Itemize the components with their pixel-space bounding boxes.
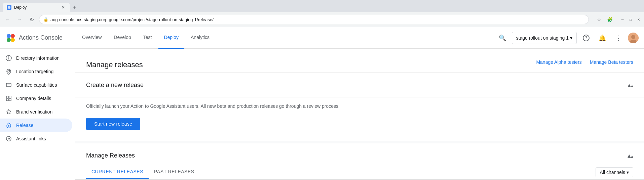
search-icon: 🔍	[499, 34, 506, 42]
svg-point-3	[7, 38, 11, 42]
maximize-btn[interactable]: □	[628, 17, 633, 22]
channel-selector[interactable]: All channels ▾	[596, 167, 634, 177]
sidebar-item-release[interactable]: Release	[0, 119, 72, 132]
address-bar: ← → ↻ 🔒 aog-console.acs-staging.corp.goo…	[0, 12, 644, 27]
create-release-section: Create a new release ▴ Officially launch…	[75, 73, 644, 141]
browser-chrome: Deploy ✕ + ← → ↻ 🔒 aog-console.acs-stagi…	[0, 0, 644, 27]
sidebar-item-surface-capabilities[interactable]: Surface capabilities	[0, 78, 72, 92]
svg-rect-15	[9, 96, 11, 98]
tab-past-releases[interactable]: PAST RELEASES	[149, 165, 200, 179]
new-tab-btn[interactable]: +	[70, 3, 79, 12]
search-button[interactable]: 🔍	[496, 31, 509, 45]
svg-point-11	[8, 70, 10, 72]
surface-capabilities-icon	[5, 82, 12, 88]
directory-information-icon	[5, 55, 12, 61]
brand-verification-icon	[5, 108, 12, 115]
project-selector[interactable]: stage rollout on staging 1 ▾	[512, 32, 577, 44]
channel-selector-label: All channels	[600, 170, 626, 175]
active-tab[interactable]: Deploy ✕	[3, 3, 70, 12]
manage-releases-section: Manage Releases ▴ CURRENT RELEASES PAST …	[75, 143, 644, 180]
svg-point-1	[7, 34, 11, 38]
nav-deploy[interactable]: Deploy	[158, 27, 184, 49]
close-btn[interactable]: ✕	[636, 17, 641, 22]
start-new-release-button[interactable]: Start new release	[86, 118, 140, 130]
svg-point-10	[8, 56, 9, 57]
svg-rect-17	[9, 99, 11, 101]
url-text: aog-console.acs-staging.corp.google.com/…	[50, 17, 214, 22]
svg-point-4	[11, 38, 15, 42]
tab-close-btn[interactable]: ✕	[61, 5, 66, 10]
manage-alpha-testers-link[interactable]: Manage Alpha testers	[536, 59, 581, 70]
project-selector-chevron-icon: ▾	[570, 35, 572, 41]
sidebar-item-location-targeting[interactable]: Location targeting	[0, 65, 72, 78]
minimize-btn[interactable]: ─	[620, 17, 625, 22]
create-release-section-header[interactable]: Create a new release ▴	[75, 73, 644, 97]
more-vert-icon: ⋮	[615, 34, 621, 42]
svg-point-0	[8, 6, 10, 9]
content-area: Manage releases Manage Alpha testers Man…	[75, 49, 644, 180]
nav-test[interactable]: Test	[138, 27, 157, 49]
manage-beta-testers-link[interactable]: Manage Beta testers	[590, 59, 633, 70]
content-body: Create a new release ▴ Officially launch…	[75, 73, 644, 180]
bookmark-btn[interactable]: ☆	[594, 15, 604, 24]
app-container: Actions Console Overview Develop Test De…	[0, 27, 644, 180]
svg-point-6	[631, 35, 635, 39]
create-release-collapse-icon: ▴	[628, 81, 633, 89]
manage-releases-collapse-icon[interactable]: ▴	[628, 151, 633, 160]
avatar-image	[628, 33, 639, 43]
sidebar-label-directory-information: Directory information	[16, 55, 60, 61]
nav-analytics[interactable]: Analytics	[185, 27, 215, 49]
tab-current-releases[interactable]: CURRENT RELEASES	[86, 165, 149, 179]
sidebar-label-release: Release	[16, 123, 33, 128]
top-nav: Actions Console Overview Develop Test De…	[0, 27, 644, 49]
bell-icon: 🔔	[599, 34, 606, 42]
sidebar-item-directory-information[interactable]: Directory information	[0, 51, 72, 65]
project-selector-label: stage rollout on staging 1	[516, 35, 569, 41]
sidebar-label-location-targeting: Location targeting	[16, 69, 53, 74]
company-details-icon	[5, 95, 12, 102]
sidebar-item-brand-verification[interactable]: Brand verification	[0, 105, 72, 119]
releases-tabs-bar: CURRENT RELEASES PAST RELEASES All chann…	[75, 165, 644, 180]
browser-actions: ☆ 🧩	[594, 15, 614, 24]
nav-develop[interactable]: Develop	[108, 27, 136, 49]
sidebar-label-company-details: Company details	[16, 96, 51, 101]
refresh-button[interactable]: ↻	[27, 15, 36, 24]
svg-point-18	[8, 125, 9, 127]
more-button[interactable]: ⋮	[612, 31, 625, 45]
lock-icon: 🔒	[43, 17, 48, 22]
url-bar[interactable]: 🔒 aog-console.acs-staging.corp.google.co…	[39, 15, 589, 24]
help-button[interactable]: ?	[579, 31, 593, 45]
sidebar-item-company-details[interactable]: Company details	[0, 92, 72, 105]
sidebar-item-assistant-links[interactable]: Assistant links	[0, 132, 72, 145]
page-title: Manage releases	[86, 60, 143, 69]
main-layout: Directory information Location targeting…	[0, 49, 644, 180]
window-controls: ─ □ ✕	[620, 17, 641, 22]
create-release-title: Create a new release	[86, 82, 144, 89]
google-logo-icon	[5, 33, 16, 43]
location-targeting-icon	[5, 68, 12, 75]
channel-selector-chevron-icon: ▾	[627, 170, 629, 175]
sidebar-label-brand-verification: Brand verification	[16, 109, 52, 115]
nav-overview[interactable]: Overview	[77, 27, 107, 49]
tab-bar: Deploy ✕ +	[0, 0, 644, 12]
help-icon: ?	[583, 35, 590, 41]
release-icon	[5, 122, 12, 129]
releases-tabs: CURRENT RELEASES PAST RELEASES	[86, 165, 200, 179]
app-logo-text: Actions Console	[19, 34, 63, 41]
top-nav-right: 🔍 stage rollout on staging 1 ▾ ? 🔔 ⋮	[496, 31, 639, 45]
manage-releases-header: Manage Releases ▴	[75, 143, 644, 160]
tab-title: Deploy	[14, 5, 27, 10]
sidebar: Directory information Location targeting…	[0, 49, 75, 180]
notifications-button[interactable]: 🔔	[596, 31, 609, 45]
back-button[interactable]: ←	[3, 15, 12, 24]
svg-rect-16	[6, 99, 8, 101]
forward-button[interactable]: →	[15, 15, 24, 24]
app-logo[interactable]: Actions Console	[5, 33, 66, 43]
svg-rect-14	[6, 96, 8, 98]
tab-favicon	[7, 5, 11, 10]
page-header-actions: Manage Alpha testers Manage Beta testers	[536, 59, 633, 70]
create-release-description: Officially launch your Action to Google …	[86, 103, 633, 110]
extensions-btn[interactable]: 🧩	[605, 15, 614, 24]
top-nav-links: Overview Develop Test Deploy Analytics	[77, 27, 496, 49]
user-avatar[interactable]	[628, 33, 639, 43]
